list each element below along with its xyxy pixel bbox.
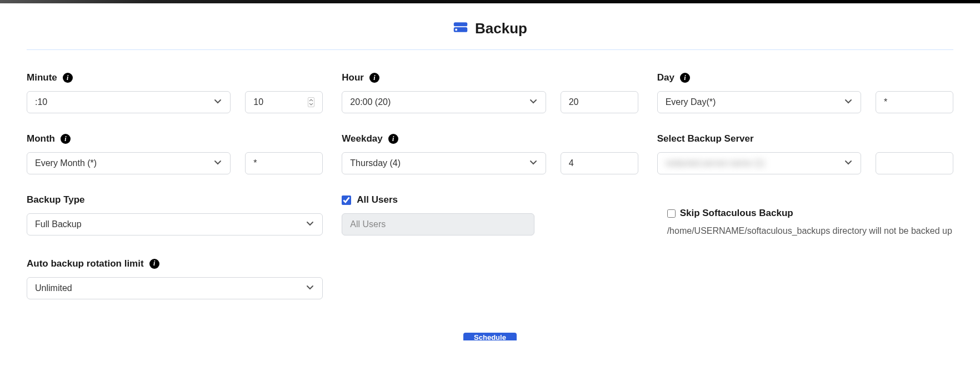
backup-icon [453,20,468,37]
skip-backup-field: Skip Softaculous Backup /home/USERNAME/s… [657,194,953,238]
rotation-label: Auto backup rotation limit [27,258,144,269]
info-icon[interactable]: i [388,134,398,144]
backup-settings-panel: Backup Minute i :10 10 [0,3,980,352]
hour-label: Hour [342,72,364,83]
server-field: Select Backup Server redacted.server.nam… [657,133,953,174]
minute-value-input[interactable]: 10 [245,91,323,113]
chevron-down-icon [213,158,222,169]
month-select[interactable]: Every Month (*) [27,152,231,174]
hour-value-input[interactable]: 20 [561,91,638,113]
server-redacted: redacted.server.name (1) [666,158,765,168]
chevron-down-icon [306,283,314,294]
skip-softaculous-label[interactable]: Skip Softaculous Backup [680,208,793,219]
svg-rect-0 [454,22,468,26]
info-icon[interactable]: i [61,134,71,144]
info-icon[interactable]: i [149,259,159,269]
day-field: Day i Every Day(*) * [657,72,953,113]
skip-softaculous-checkbox[interactable] [667,209,676,218]
rotation-select[interactable]: Unlimited [27,277,323,299]
chevron-down-icon [306,219,314,230]
chevron-down-icon [213,97,222,108]
minute-field: Minute i :10 10 [27,72,323,113]
minute-select[interactable]: :10 [27,91,231,113]
all-users-input-disabled: All Users [342,213,534,235]
day-select[interactable]: Every Day(*) [657,91,861,113]
hour-field: Hour i 20:00 (20) 20 [342,72,638,113]
chevron-down-icon [844,158,853,169]
weekday-field: Weekday i Thursday (4) 4 [342,133,638,174]
hour-select[interactable]: 20:00 (20) [342,91,546,113]
backup-type-select[interactable]: Full Backup [27,213,323,235]
month-label: Month [27,133,55,144]
backup-type-label: Backup Type [27,194,85,205]
info-icon[interactable]: i [369,73,379,83]
all-users-checkbox[interactable] [342,195,351,205]
chevron-down-icon [529,97,538,108]
page-title: Backup [27,20,953,37]
info-icon[interactable]: i [63,73,73,83]
page-title-text: Backup [475,20,527,37]
chevron-down-icon [529,158,538,169]
server-value-input[interactable] [876,152,953,174]
day-label: Day [657,72,674,83]
all-users-field: All Users All Users [342,194,638,238]
weekday-label: Weekday [342,133,382,144]
svg-rect-2 [455,29,457,31]
rotation-field: Auto backup rotation limit i Unlimited [27,258,323,299]
submit-area: Schedule [27,333,953,340]
day-value-input[interactable]: * [876,91,953,113]
minute-label: Minute [27,72,57,83]
weekday-select[interactable]: Thursday (4) [342,152,546,174]
all-users-label[interactable]: All Users [357,194,398,205]
server-label: Select Backup Server [657,133,754,144]
skip-softaculous-desc: /home/USERNAME/softaculous_backups direc… [667,224,953,238]
backup-type-field: Backup Type Full Backup [27,194,323,238]
chevron-down-icon [844,97,853,108]
month-field: Month i Every Month (*) * [27,133,323,174]
section-divider [27,49,953,50]
info-icon[interactable]: i [680,73,690,83]
server-select[interactable]: redacted.server.name (1) [657,152,861,174]
schedule-button[interactable]: Schedule [463,333,517,340]
month-value-input[interactable]: * [245,152,323,174]
stepper-icon[interactable] [308,97,314,107]
weekday-value-input[interactable]: 4 [561,152,638,174]
